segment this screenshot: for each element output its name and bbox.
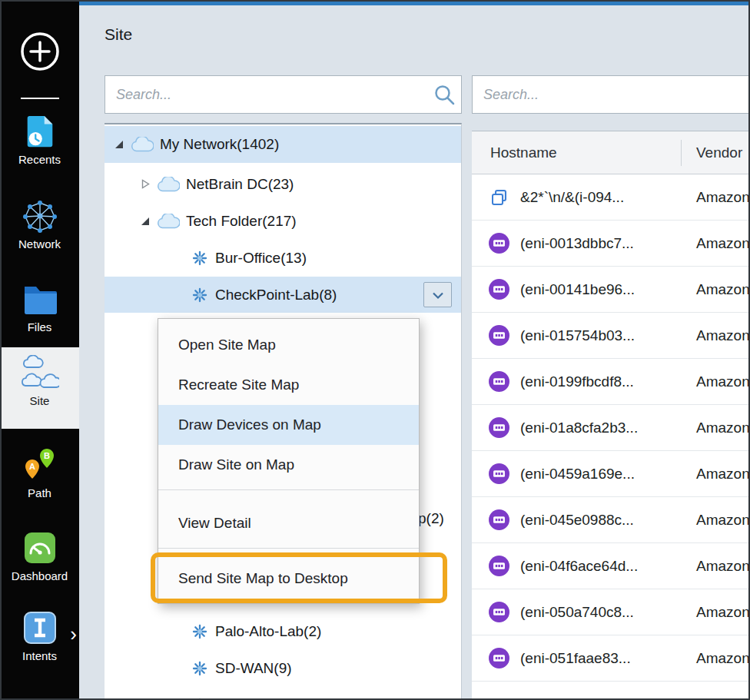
menu-item-open-site-map[interactable]: Open Site Map [158,325,419,365]
sidebar-item-site[interactable]: Site [0,347,79,429]
vendor-cell: Amazon [696,281,750,298]
vendor-cell: Amazon [696,558,750,575]
menu-item-view-detail[interactable]: View Detail [158,503,419,543]
sidebar-item-network[interactable]: Network [0,197,79,270]
menu-item-label: View Detail [178,515,251,532]
vendor-cell: Amazon [696,466,750,483]
device-search-box [472,75,750,114]
table-row[interactable]: (eni-045e0988c... Amazon [472,497,750,543]
table-row[interactable]: (eni-01a8cfa2b3... Amazon [472,405,750,451]
menu-item-label: Send Site Map to Desktop [178,570,348,587]
tree-item-palo-alto-lab[interactable]: Palo-Alto-Lab(2) [105,613,461,649]
site-icon [21,353,59,392]
expand-arrow-icon[interactable] [112,141,126,148]
tree-item-checkpoint-lab[interactable]: CheckPoint-Lab(8) [105,277,461,313]
tree-item-netbrain-dc[interactable]: NetBrain DC(23) [105,166,461,202]
sidebar-item-label: Path [28,486,51,499]
hostname-cell: (eni-00141be96... [520,281,635,298]
device-search-input[interactable] [473,87,750,103]
interface-icon [489,509,509,530]
hostname-cell: (eni-01a8cfa2b3... [520,420,638,436]
menu-separator [158,489,419,490]
table-row[interactable]: (eni-051faae83... Amazon [472,635,750,682]
tree-item-label: NetBrain DC(23) [186,176,294,193]
add-button[interactable] [19,31,61,72]
files-icon [22,280,58,318]
table-row[interactable]: (eni-050a740c8... Amazon [472,589,750,635]
sidebar-item-recents[interactable]: Recents [0,112,79,186]
table-row[interactable]: (eni-00141be96... Amazon [472,267,750,313]
table-row[interactable]: (eni-0013dbbc7... Amazon [472,221,750,267]
table-row[interactable]: (eni-0459a169e... Amazon [472,451,750,497]
device-table: Hostname Vendor &2*`\n/&(i-094... Amazon… [472,131,750,700]
vendor-cell: Amazon [696,604,750,621]
interface-icon [489,279,509,300]
svg-text:B: B [44,451,50,460]
sidebar-item-label: Network [18,237,61,250]
vendor-cell: Amazon [696,420,750,436]
chevron-right-icon[interactable]: › [70,624,77,644]
tree-item-fragment[interactable]: p(2) [418,510,444,527]
tree-item-label: My Network(1402) [160,136,279,153]
sidebar: Recents Network F [0,0,79,700]
tree-item-bur-office[interactable]: Bur-Office(13) [105,240,461,276]
site-context-menu: Open Site Map Recreate Site Map Draw Dev… [158,318,420,604]
sidebar-item-label: Site [30,394,50,407]
site-node-icon [192,624,207,639]
sidebar-item-label: Recents [18,153,61,166]
tree-item-sd-wan[interactable]: SD-WAN(9) [105,650,461,686]
vendor-cell: Amazon [696,327,750,344]
tree-item-tech-folder[interactable]: Tech Folder(217) [105,203,461,239]
dashboard-icon [22,529,58,567]
interface-icon [489,463,509,484]
menu-item-recreate-site-map[interactable]: Recreate Site Map [158,365,419,405]
instances-icon [489,187,509,207]
sidebar-item-intents[interactable]: Intents › [0,609,79,682]
recents-icon [23,112,57,151]
app-window: Recents Network F [0,0,750,700]
site-node-icon [192,250,207,266]
sidebar-item-dashboard[interactable]: Dashboard [0,529,79,602]
vendor-cell: Amazon [696,189,750,206]
network-icon [22,197,58,235]
collapse-arrow-icon[interactable] [138,179,152,189]
vendor-cell: Amazon [696,235,750,252]
table-header-row: Hostname Vendor [472,131,750,174]
hostname-cell: (eni-0459a169e... [520,466,635,483]
search-icon[interactable] [427,83,461,106]
hostname-cell: (eni-0199fbcdf8... [520,373,634,390]
menu-item-draw-devices-on-map[interactable]: Draw Devices on Map [158,405,419,445]
table-row[interactable]: (eni-015754b03... Amazon [472,313,750,359]
vendor-cell: Amazon [696,373,750,390]
path-icon: B A [22,446,58,484]
interface-icon [489,602,509,622]
column-header-hostname[interactable]: Hostname [472,144,557,161]
svg-text:A: A [29,462,35,471]
tree-item-label: Bur-Office(13) [215,250,307,267]
interface-icon [489,417,509,438]
table-row[interactable]: (eni-0199fbcdf8... Amazon [472,359,750,405]
column-header-vendor[interactable]: Vendor [696,144,742,161]
site-search-box [105,75,462,114]
menu-item-draw-site-on-map[interactable]: Draw Site on Map [158,445,419,485]
expand-arrow-icon[interactable] [138,217,152,225]
site-search-input[interactable] [105,87,427,103]
sidebar-item-files[interactable]: Files [0,280,79,353]
table-row[interactable]: &2*`\n/&(i-094... Amazon [472,174,750,221]
table-row[interactable]: (eni-04f6ace64d... Amazon [472,543,750,589]
site-dropdown-button[interactable] [423,282,452,307]
menu-item-send-site-map-to-desktop[interactable]: Send Site Map to Desktop [158,559,419,599]
interface-icon [489,556,509,576]
column-divider [681,140,682,166]
hostname-cell: (eni-04f6ace64d... [520,558,638,575]
hostname-cell: &2*`\n/&(i-094... [520,189,624,206]
tree-item-label: CheckPoint-Lab(8) [215,287,337,304]
tree-item-label: VMware(147) [215,697,303,700]
tree-item-my-network[interactable]: My Network(1402) [105,126,461,163]
tree-item-vmware[interactable]: VMware(147) [105,687,461,700]
interface-icon [489,371,509,392]
sidebar-item-label: Intents [22,649,57,662]
sidebar-item-path[interactable]: B A Path [0,446,79,519]
cloud-icon [157,177,180,192]
site-node-icon [192,661,207,676]
